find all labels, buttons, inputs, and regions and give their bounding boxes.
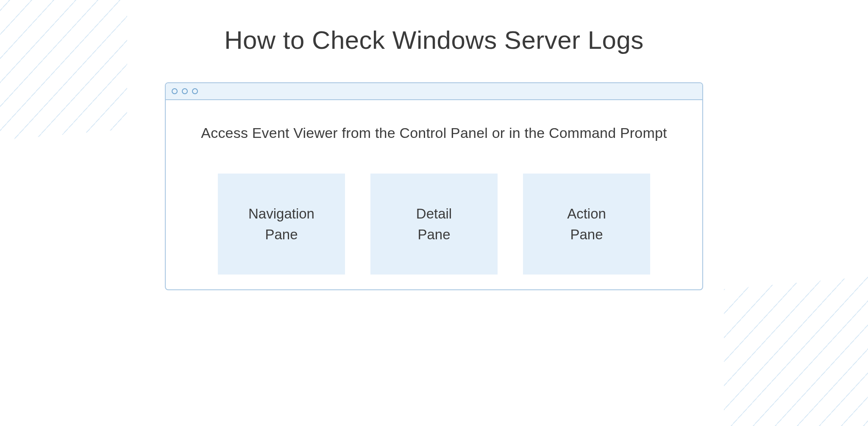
pane-row: Navigation Pane Detail Pane Action Pane	[183, 174, 685, 275]
window-control-dot-icon	[192, 88, 198, 94]
pane-label: Detail Pane	[416, 203, 452, 245]
window-titlebar	[166, 83, 702, 100]
mock-window: Access Event Viewer from the Control Pan…	[165, 82, 703, 290]
navigation-pane-card: Navigation Pane	[218, 174, 345, 275]
pane-label: Navigation Pane	[248, 203, 314, 245]
window-body: Access Event Viewer from the Control Pan…	[166, 100, 702, 290]
action-pane-card: Action Pane	[523, 174, 650, 275]
pane-label: Action Pane	[567, 203, 606, 245]
window-control-dot-icon	[172, 88, 178, 94]
window-control-dot-icon	[182, 88, 188, 94]
window-subtitle: Access Event Viewer from the Control Pan…	[201, 125, 667, 141]
detail-pane-card: Detail Pane	[370, 174, 498, 275]
page-title: How to Check Windows Server Logs	[0, 25, 868, 55]
decorative-lines-bottom-right	[724, 275, 868, 426]
decorative-lines-top-left	[0, 0, 127, 143]
